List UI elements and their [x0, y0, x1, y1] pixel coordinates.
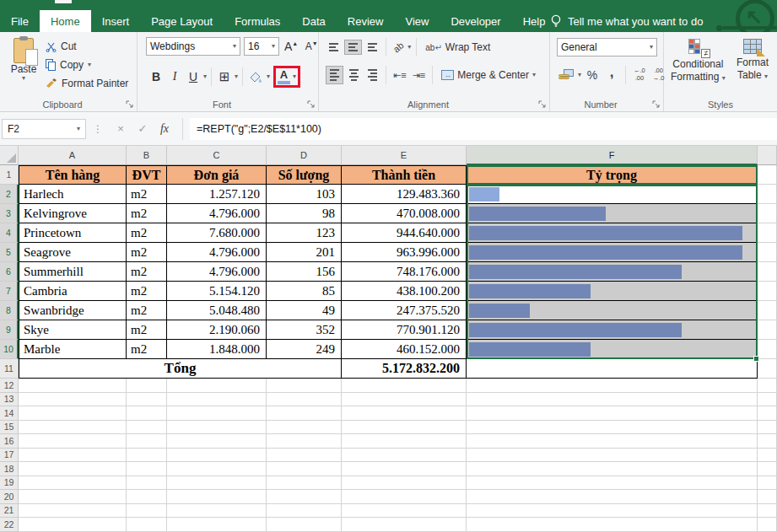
- tab-formulas[interactable]: Formulas: [224, 10, 291, 32]
- row-header-7[interactable]: 7: [0, 282, 19, 301]
- cell-F13[interactable]: [467, 393, 758, 407]
- cell-A15[interactable]: [19, 421, 127, 435]
- cell-F2[interactable]: [467, 185, 758, 204]
- row-header-4[interactable]: 4: [0, 223, 19, 243]
- cell-C2[interactable]: 1.257.120: [167, 185, 267, 204]
- cell-E18[interactable]: [342, 462, 467, 476]
- row-header-3[interactable]: 3: [0, 204, 19, 223]
- cell-G8[interactable]: [758, 301, 777, 320]
- cell-D9[interactable]: 352: [267, 320, 342, 340]
- cell-B6[interactable]: m2: [127, 262, 167, 282]
- align-top-button[interactable]: [326, 40, 342, 54]
- cell-A16[interactable]: [19, 434, 127, 449]
- cell-C5[interactable]: 4.796.000: [167, 243, 267, 262]
- cell-D7[interactable]: 85: [267, 282, 342, 301]
- column-header-E[interactable]: E: [342, 146, 467, 165]
- row-header-11[interactable]: 11: [0, 359, 19, 379]
- cell-E21[interactable]: [342, 504, 467, 519]
- insert-function-button[interactable]: fx: [154, 122, 175, 136]
- cell-C3[interactable]: 4.796.000: [167, 204, 267, 223]
- cell-A9[interactable]: Skye: [19, 320, 127, 340]
- cell-E14[interactable]: [342, 406, 467, 421]
- cell-E4[interactable]: 944.640.000: [342, 223, 467, 243]
- tab-page-layout[interactable]: Page Layout: [140, 10, 224, 32]
- cell-G7[interactable]: [758, 282, 777, 301]
- cell-B2[interactable]: m2: [127, 185, 167, 204]
- cell-B7[interactable]: m2: [127, 282, 167, 301]
- cell-A20[interactable]: [19, 490, 127, 504]
- cell-A13[interactable]: [19, 393, 127, 407]
- confirm-entry-button[interactable]: ✓: [132, 122, 154, 135]
- cell-B21[interactable]: [127, 504, 167, 519]
- row-header-6[interactable]: 6: [0, 262, 19, 282]
- column-header-C[interactable]: C: [167, 146, 267, 165]
- cell-E7[interactable]: 438.100.200: [342, 282, 467, 301]
- cell-C22[interactable]: [167, 518, 267, 532]
- column-header-B[interactable]: B: [127, 146, 167, 165]
- cell-G22[interactable]: [758, 518, 777, 532]
- cell-C20[interactable]: [167, 490, 267, 504]
- column-header-A[interactable]: A: [19, 146, 127, 165]
- cell-G11[interactable]: [758, 359, 777, 379]
- name-box[interactable]: F2 ▾: [2, 119, 86, 139]
- comma-style-button[interactable]: ,: [603, 63, 620, 82]
- font-dialog-launcher[interactable]: [307, 100, 316, 109]
- cell-F7[interactable]: [467, 282, 758, 301]
- row-header-21[interactable]: 21: [0, 504, 19, 519]
- cell-D5[interactable]: 201: [267, 243, 342, 262]
- cell-C1[interactable]: Đơn giá: [167, 165, 267, 185]
- format-as-table-button[interactable]: Format Table ▾: [737, 39, 769, 82]
- cell-E12[interactable]: [342, 379, 467, 393]
- cell-B22[interactable]: [127, 518, 167, 532]
- cell-C18[interactable]: [167, 462, 267, 476]
- cell-D12[interactable]: [267, 379, 342, 393]
- row-header-17[interactable]: 17: [0, 449, 19, 463]
- column-header-G[interactable]: [758, 146, 777, 165]
- row-header-8[interactable]: 8: [0, 301, 19, 320]
- cell-A8[interactable]: Swanbridge: [19, 301, 127, 320]
- cell-D15[interactable]: [267, 421, 342, 435]
- tab-insert[interactable]: Insert: [91, 10, 141, 32]
- cell-C6[interactable]: 4.796.000: [167, 262, 267, 282]
- cell-B12[interactable]: [127, 379, 167, 393]
- cell-C19[interactable]: [167, 476, 267, 491]
- tab-review[interactable]: Review: [337, 10, 395, 32]
- cell-B16[interactable]: [127, 434, 167, 449]
- cell-G4[interactable]: [758, 223, 777, 243]
- merge-center-button[interactable]: ↔ Merge & Center ▾: [438, 67, 539, 83]
- cell-A3[interactable]: Kelvingrove: [19, 204, 127, 223]
- cell-A18[interactable]: [19, 462, 127, 476]
- cell-C12[interactable]: [167, 379, 267, 393]
- row-header-16[interactable]: 16: [0, 434, 19, 449]
- cell-C10[interactable]: 1.848.000: [167, 340, 267, 359]
- underline-button[interactable]: U: [185, 69, 202, 84]
- align-left-button[interactable]: [326, 66, 343, 84]
- cell-A22[interactable]: [19, 518, 127, 532]
- cell-F20[interactable]: [467, 490, 758, 504]
- cell-C21[interactable]: [167, 504, 267, 519]
- wrap-text-button[interactable]: ab↵ Wrap Text: [422, 40, 494, 55]
- quick-access-toolbar[interactable]: [55, 0, 72, 3]
- cell-B10[interactable]: m2: [127, 340, 167, 359]
- cell-D16[interactable]: [267, 434, 342, 449]
- paste-button[interactable]: Paste ▾: [5, 35, 42, 99]
- cell-G19[interactable]: [758, 476, 777, 491]
- cell-F18[interactable]: [467, 462, 758, 476]
- cell-F12[interactable]: [467, 379, 758, 393]
- row-header-13[interactable]: 13: [0, 393, 19, 407]
- row-header-9[interactable]: 9: [0, 320, 19, 340]
- cell-A17[interactable]: [19, 449, 127, 463]
- cell-C17[interactable]: [167, 449, 267, 463]
- cell-G20[interactable]: [758, 490, 777, 504]
- cell-G1[interactable]: [758, 165, 777, 185]
- cell-C7[interactable]: 5.154.120: [167, 282, 267, 301]
- cell-G13[interactable]: [758, 393, 777, 407]
- column-header-D[interactable]: D: [267, 146, 342, 165]
- align-right-button[interactable]: [364, 67, 380, 83]
- cell-C4[interactable]: 7.680.000: [167, 223, 267, 243]
- cell-D3[interactable]: 98: [267, 204, 342, 223]
- tab-data[interactable]: Data: [291, 10, 336, 32]
- row-header-18[interactable]: 18: [0, 462, 19, 476]
- cell-F8[interactable]: [467, 301, 758, 320]
- italic-button[interactable]: I: [166, 69, 183, 84]
